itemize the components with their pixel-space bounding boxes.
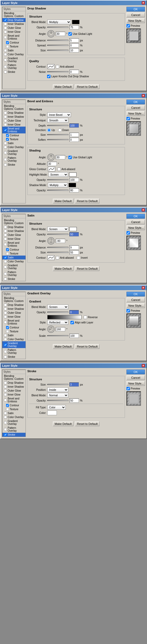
bevel-ok[interactable]: OK (126, 100, 145, 104)
angle-dial[interactable] (47, 30, 55, 37)
style4-outer-glow[interactable]: Outer Glow (2, 311, 26, 315)
noise-slider[interactable] (47, 71, 68, 72)
satin-contour-preview[interactable] (47, 255, 55, 260)
direction-up-radio[interactable] (47, 128, 51, 132)
gradient-preview-checkbox[interactable] (126, 309, 130, 312)
satin-reset-default[interactable]: Reset to Default (75, 266, 99, 271)
satin-blend-select[interactable]: Screen (47, 227, 68, 231)
satin-opacity-input[interactable] (69, 232, 79, 236)
highlight-color-swatch[interactable] (69, 172, 77, 177)
stroke-size-slider[interactable] (47, 384, 68, 385)
satin-preview-checkbox[interactable] (126, 231, 130, 235)
satin-invert[interactable] (77, 256, 80, 259)
style3-inner-shadow[interactable]: Inner Shadow (2, 229, 26, 233)
distance-slider[interactable] (47, 40, 68, 41)
style-item-contour[interactable]: Contour (2, 41, 26, 45)
anti-aliased-checkbox[interactable] (56, 65, 59, 68)
bevel-style-select[interactable]: Inner Bevel (47, 112, 71, 117)
spread-input[interactable] (69, 43, 79, 47)
gloss-anti-aliased-checkbox[interactable] (57, 167, 61, 171)
stroke-position-select[interactable]: Inside (47, 387, 68, 392)
gradient-bar[interactable] (47, 315, 82, 319)
shadow-mode-select[interactable]: Multiply (48, 183, 68, 187)
style5-gradient-overlay[interactable]: Gradient Overlay (2, 419, 26, 426)
style4-pattern-overlay[interactable]: Pattern Overlay (2, 348, 26, 355)
style4-color-overlay[interactable]: Color Overlay (2, 337, 26, 341)
spread-slider[interactable] (47, 45, 68, 46)
style-item-pattern-overlay[interactable]: Pattern Overlay (2, 63, 26, 70)
gradient-reverse-checkbox[interactable] (84, 316, 87, 319)
satin-ok[interactable]: OK (126, 214, 145, 219)
shading-angle-dial[interactable] (47, 154, 55, 161)
satin-cancel[interactable]: Cancel (126, 220, 145, 224)
stroke-fill-type-select[interactable]: Color (47, 405, 66, 410)
style3-satin[interactable]: Satin (2, 256, 26, 259)
gradient-make-default[interactable]: Make Default (53, 344, 74, 349)
style5-bevel-emboss[interactable]: Bevel and Emboss (2, 397, 26, 403)
style3-stroke[interactable]: Stroke (2, 277, 26, 281)
depth-slider[interactable] (47, 125, 68, 126)
style-item-color-overlay[interactable]: Color Overlay (2, 52, 26, 56)
style5-blending[interactable]: Blending Options: Custom (2, 374, 26, 381)
satin-opacity-slider[interactable] (47, 234, 68, 235)
soften-slider[interactable] (47, 139, 68, 140)
style5-contour[interactable]: Contour (2, 403, 26, 407)
gradient-style-select[interactable]: Reflected (47, 320, 68, 325)
gradient-new-style[interactable]: New Style... (126, 303, 145, 308)
style5-satin[interactable]: Satin (2, 411, 26, 415)
satin-angle-input[interactable] (56, 239, 65, 243)
stroke-opacity-slider[interactable] (47, 400, 68, 401)
style2-color-overlay[interactable]: Color Overlay (2, 145, 26, 149)
satin-size-input[interactable] (69, 250, 79, 255)
highlight-opacity-slider[interactable] (47, 179, 68, 180)
style4-contour[interactable]: Contour (2, 326, 26, 329)
stroke-color-swatch[interactable] (47, 410, 57, 415)
style3-texture[interactable]: Texture (2, 252, 26, 256)
style2-stroke[interactable]: Stroke (2, 163, 26, 167)
satin-make-default[interactable]: Make Default (53, 266, 74, 271)
size-input[interactable] (69, 48, 79, 52)
altitude-input[interactable] (47, 162, 57, 166)
close-button-3[interactable]: ✕ (142, 208, 145, 212)
satin-distance-input[interactable] (69, 245, 79, 250)
style2-drop-shadow[interactable]: Drop Shadow (2, 111, 26, 115)
bevel-size-slider[interactable] (47, 134, 68, 135)
stroke-new-style[interactable]: New Style... (126, 381, 145, 386)
style-item-texture[interactable]: Texture (2, 45, 26, 48)
layer-knocks-checkbox[interactable] (47, 75, 50, 78)
gradient-scale-slider[interactable] (47, 335, 68, 336)
bevel-reset-default[interactable]: Reset to Default (75, 199, 99, 203)
style2-pattern-overlay[interactable]: Pattern Overlay (2, 156, 26, 163)
style5-inner-shadow[interactable]: Inner Shadow (2, 385, 26, 389)
style-item-stroke[interactable]: Stroke (2, 70, 26, 74)
shadow-color-swatch[interactable] (69, 183, 76, 187)
angle-input[interactable] (56, 32, 65, 36)
style3-drop-shadow[interactable]: Drop Shadow (2, 225, 26, 229)
close-button-4[interactable]: ✕ (142, 286, 145, 289)
highlight-mode-select[interactable]: Screen (48, 172, 68, 177)
style5-stroke[interactable]: Stroke (2, 433, 26, 437)
style3-color-overlay[interactable]: Color Overlay (2, 259, 26, 263)
gradient-blend-select[interactable]: Screen (47, 305, 68, 309)
style-item-gradient-overlay[interactable]: Gradient Overlay (2, 56, 26, 63)
direction-down-radio[interactable] (58, 128, 62, 132)
gradient-ok[interactable]: OK (126, 292, 145, 296)
bevel-cancel[interactable]: Cancel (126, 105, 145, 110)
style5-outer-glow[interactable]: Outer Glow (2, 389, 26, 393)
style2-gradient-overlay[interactable]: Gradient Overlay (2, 149, 26, 156)
bevel-new-style[interactable]: New Style... (126, 111, 145, 116)
noise-input[interactable] (69, 70, 79, 74)
gloss-contour-preview[interactable] (48, 167, 55, 171)
preview-checkbox[interactable] (126, 24, 130, 28)
satin-distance-slider[interactable] (47, 247, 68, 248)
stroke-make-default[interactable]: Make Default (53, 421, 74, 426)
style3-bevel-emboss[interactable]: Bevel and Emboss (2, 241, 26, 248)
style-item-outer-glow[interactable]: Outer Glow (2, 26, 26, 30)
style4-inner-shadow[interactable]: Inner Shadow (2, 307, 26, 311)
style5-pattern-overlay[interactable]: Pattern Overlay (2, 426, 26, 433)
gradient-reset-default[interactable]: Reset to Default (75, 344, 99, 349)
style4-satin[interactable]: Satin (2, 333, 26, 337)
style4-blending[interactable]: Blending Options: Custom (2, 296, 26, 303)
style4-gradient-overlay[interactable]: Gradient Overlay (2, 341, 26, 348)
satin-angle-dial[interactable] (47, 237, 55, 245)
